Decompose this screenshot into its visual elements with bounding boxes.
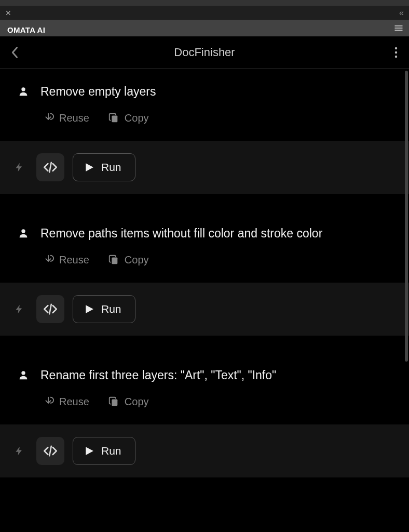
close-icon[interactable]: ✕ bbox=[5, 9, 11, 17]
code-button[interactable] bbox=[36, 295, 64, 323]
spacer bbox=[0, 194, 409, 226]
copy-label: Copy bbox=[125, 112, 149, 124]
run-label: Run bbox=[101, 161, 121, 174]
prompt-actions: Reuse Copy bbox=[0, 242, 409, 283]
user-prompt: Remove paths items without fill color an… bbox=[0, 226, 409, 242]
conversation-entry: Remove empty layers Reuse Copy Run bbox=[0, 84, 409, 194]
conversation-entry: Remove paths items without fill color an… bbox=[0, 226, 409, 336]
prompt-actions: Reuse Copy bbox=[0, 383, 409, 424]
svg-point-10 bbox=[21, 229, 25, 233]
code-button[interactable] bbox=[36, 153, 64, 181]
prompt-text: Rename first three layers: "Art", "Text"… bbox=[40, 368, 276, 383]
reuse-label: Reuse bbox=[59, 254, 89, 266]
content-scroll: Remove empty layers Reuse Copy Run bbox=[0, 69, 409, 532]
tab-label: OMATA AI bbox=[7, 25, 45, 34]
bolt-icon bbox=[10, 161, 28, 174]
collapse-icon[interactable]: « bbox=[399, 8, 404, 18]
more-menu-icon[interactable] bbox=[383, 46, 398, 59]
svg-rect-11 bbox=[112, 258, 117, 264]
reuse-label: Reuse bbox=[59, 396, 89, 408]
reuse-button[interactable]: Reuse bbox=[43, 112, 89, 124]
user-icon bbox=[18, 228, 29, 239]
svg-rect-7 bbox=[112, 116, 117, 123]
user-prompt: Remove empty layers bbox=[0, 84, 409, 100]
tab-omata-ai[interactable]: OMATA AI bbox=[0, 20, 52, 36]
page-title: DocFinisher bbox=[26, 46, 383, 59]
scrollbar[interactable] bbox=[405, 71, 408, 362]
copy-label: Copy bbox=[125, 396, 149, 408]
svg-marker-17 bbox=[86, 447, 93, 455]
window-chrome bbox=[0, 0, 409, 6]
bolt-icon bbox=[10, 302, 28, 316]
svg-point-6 bbox=[21, 87, 25, 91]
code-button[interactable] bbox=[36, 437, 64, 465]
tab-bar: OMATA AI bbox=[0, 20, 409, 36]
run-button[interactable]: Run bbox=[73, 153, 135, 181]
prompt-actions: Reuse Copy bbox=[0, 100, 409, 141]
copy-button[interactable]: Copy bbox=[108, 396, 149, 408]
panel-close-bar: ✕ « bbox=[0, 6, 409, 20]
svg-line-16 bbox=[49, 446, 51, 456]
copy-button[interactable]: Copy bbox=[108, 112, 149, 124]
user-icon bbox=[18, 369, 29, 381]
svg-point-5 bbox=[395, 55, 397, 57]
svg-point-3 bbox=[395, 47, 397, 49]
reuse-button[interactable]: Reuse bbox=[43, 254, 89, 266]
page-header: DocFinisher bbox=[0, 36, 409, 69]
conversation-entry: Rename first three layers: "Art", "Text"… bbox=[0, 368, 409, 477]
back-button[interactable] bbox=[11, 46, 26, 59]
svg-point-4 bbox=[395, 51, 397, 53]
svg-marker-9 bbox=[86, 163, 93, 171]
user-icon bbox=[18, 86, 29, 97]
run-label: Run bbox=[101, 303, 121, 315]
copy-label: Copy bbox=[125, 254, 149, 266]
reuse-label: Reuse bbox=[59, 112, 89, 124]
run-button[interactable]: Run bbox=[73, 437, 135, 465]
prompt-text: Remove paths items without fill color an… bbox=[40, 226, 322, 242]
run-label: Run bbox=[101, 445, 121, 457]
user-prompt: Rename first three layers: "Art", "Text"… bbox=[0, 368, 409, 383]
run-bar: Run bbox=[0, 424, 409, 477]
svg-rect-15 bbox=[112, 400, 117, 406]
run-bar: Run bbox=[0, 283, 409, 336]
svg-line-12 bbox=[49, 304, 51, 314]
prompt-text: Remove empty layers bbox=[40, 84, 156, 100]
svg-point-14 bbox=[21, 371, 25, 375]
svg-marker-13 bbox=[86, 305, 93, 313]
run-button[interactable]: Run bbox=[73, 295, 135, 323]
svg-line-8 bbox=[49, 163, 51, 172]
hamburger-icon[interactable] bbox=[388, 20, 409, 36]
reuse-button[interactable]: Reuse bbox=[43, 396, 89, 408]
bolt-icon bbox=[10, 444, 28, 458]
spacer bbox=[0, 336, 409, 368]
run-bar: Run bbox=[0, 141, 409, 194]
copy-button[interactable]: Copy bbox=[108, 254, 149, 266]
